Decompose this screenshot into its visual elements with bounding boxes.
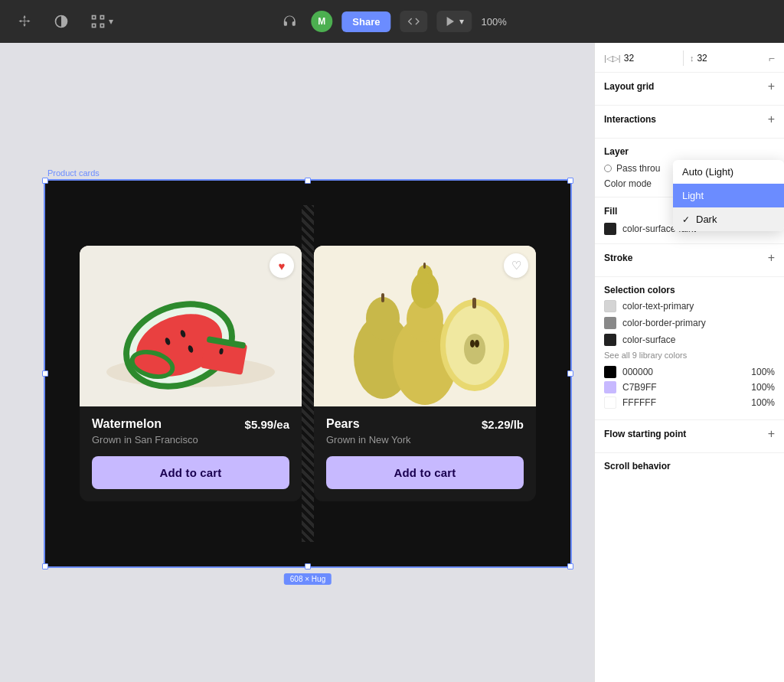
stroke-title: Stroke [604,253,632,263]
user-avatar[interactable]: M [311,11,332,32]
dark-label: Dark [696,214,717,225]
dropdown-auto-light[interactable]: Auto (Light) [673,160,784,184]
interactions-add-button[interactable]: + [768,113,775,126]
right-panel: |◁▷| ↕ ⌐ Layout grid + Interactions + [594,43,784,682]
product-name-watermelon: Watermelon [92,417,162,431]
corner-icon: ⌐ [769,52,775,64]
frame-tool-icon[interactable]: ▾ [86,9,118,34]
svg-rect-25 [381,293,384,302]
svg-rect-3 [93,24,96,27]
svg-rect-31 [472,298,476,308]
toolbar: ▾ M Share ▾ 100% [0,0,784,43]
svg-rect-1 [93,16,96,19]
add-to-cart-watermelon[interactable]: Add to cart [92,456,289,489]
headphones-icon[interactable] [277,9,302,34]
hex-opacity-1: 100% [751,382,775,393]
move-tool-icon[interactable] [12,9,37,34]
add-to-cart-pears[interactable]: Add to cart [326,456,524,489]
code-button[interactable] [400,11,427,32]
svg-point-21 [366,297,400,340]
dimensions-row: |◁▷| ↕ ⌐ [595,43,784,73]
heart-empty-icon: ♡ [511,259,521,272]
stroke-header: Stroke + [604,252,775,264]
dim-separator [683,51,684,66]
product-card-watermelon: ♥ Watermelon $5.99/ea Grown in San Franc… [80,246,302,501]
product-price-pears: $2.29/lb [482,418,524,431]
card-image-pears: ♡ [314,246,536,406]
width-input[interactable] [624,53,655,64]
layout-grid-title: Layout grid [604,81,654,92]
hex-item-0: 000000 100% [604,366,775,378]
layout-grid-section: Layout grid + [595,73,784,106]
scroll-section: Scroll behavior [595,453,784,484]
hex-swatch-1[interactable] [604,381,616,393]
sel-color-swatch-1[interactable] [604,317,616,329]
fill-color-swatch[interactable] [604,223,616,235]
interactions-section: Interactions + [595,106,784,139]
cards-divider [302,205,314,542]
layout-grid-add-button[interactable]: + [768,80,775,93]
fill-title: Fill [604,206,617,217]
selection-colors-title: Selection colors [604,285,675,295]
sel-color-item-2: color-surface [604,334,775,346]
hex-opacity-0: 100% [751,367,775,377]
light-label: Light [682,190,704,201]
check-icon: ✓ [682,214,690,225]
hex-code-2: FFFFFF [622,397,745,408]
stroke-section: Stroke + [595,244,784,277]
width-icon: |◁▷| [604,54,621,64]
stroke-add-button[interactable]: + [768,252,775,264]
svg-point-29 [470,340,475,348]
hex-item-2: FFFFFF 100% [604,396,775,409]
main-area: Product cards [0,43,784,682]
hex-swatch-2[interactable] [604,396,616,409]
product-origin-watermelon: Grown in San Francisco [92,434,289,445]
layer-title: Layer [604,146,629,157]
layer-header: Layer Auto (Light) Light ✓ Dark [604,146,775,157]
sel-color-swatch-0[interactable] [604,300,616,312]
product-card-pears: ♡ Pears $2.29/lb Grown in New York Add t… [314,246,536,501]
hex-code-1: C7B9FF [622,382,745,393]
interactions-header: Interactions + [604,113,775,126]
product-cards-frame: ♥ Watermelon $5.99/ea Grown in San Franc… [45,181,570,566]
svg-rect-34 [423,263,426,269]
hex-opacity-2: 100% [751,397,775,408]
pass-through-radio[interactable] [604,165,612,172]
card-body-pears: Pears $2.29/lb Grown in New York Add to … [314,406,536,501]
hex-swatch-0[interactable] [604,366,616,378]
flow-section: Flow starting point + [595,420,784,453]
dropdown-light[interactable]: Light [673,184,784,207]
hex-item-1: C7B9FF 100% [604,381,775,393]
flow-title: Flow starting point [604,429,686,439]
scroll-header: Scroll behavior [604,461,775,472]
favorite-button-watermelon[interactable]: ♥ [270,253,294,278]
heart-filled-icon: ♥ [279,259,286,272]
flow-header: Flow starting point + [604,428,775,440]
play-button[interactable]: ▾ [436,11,472,32]
product-name-pears: Pears [326,417,360,431]
auto-light-label: Auto (Light) [682,166,733,178]
height-input[interactable] [697,53,727,64]
product-origin-pears: Grown in New York [326,434,524,445]
share-button[interactable]: Share [341,11,390,32]
dropdown-dark[interactable]: ✓ Dark [673,207,784,231]
svg-marker-5 [447,17,454,26]
toolbar-center: M Share ▾ 100% [277,9,506,34]
favorite-button-pears[interactable]: ♡ [504,253,528,278]
scroll-title: Scroll behavior [604,461,671,472]
canvas[interactable]: Product cards [0,43,594,682]
flow-add-button[interactable]: + [768,428,775,440]
see-all-link[interactable]: See all 9 library colors [604,351,775,360]
svg-point-28 [464,334,485,364]
contrast-tool-icon[interactable] [49,9,74,34]
height-group: ↕ [690,53,763,64]
hex-code-0: 000000 [622,367,745,377]
sel-color-swatch-2[interactable] [604,334,616,346]
selection-colors-section: Selection colors color-text-primary colo… [595,277,784,420]
svg-point-30 [475,340,479,348]
interactions-title: Interactions [604,114,656,125]
color-mode-dropdown[interactable]: Auto (Light) Light ✓ Dark [673,160,784,231]
width-group: |◁▷| [604,53,677,64]
card-title-row: Watermelon $5.99/ea [92,417,289,431]
card-body-watermelon: Watermelon $5.99/ea Grown in San Francis… [80,406,302,501]
